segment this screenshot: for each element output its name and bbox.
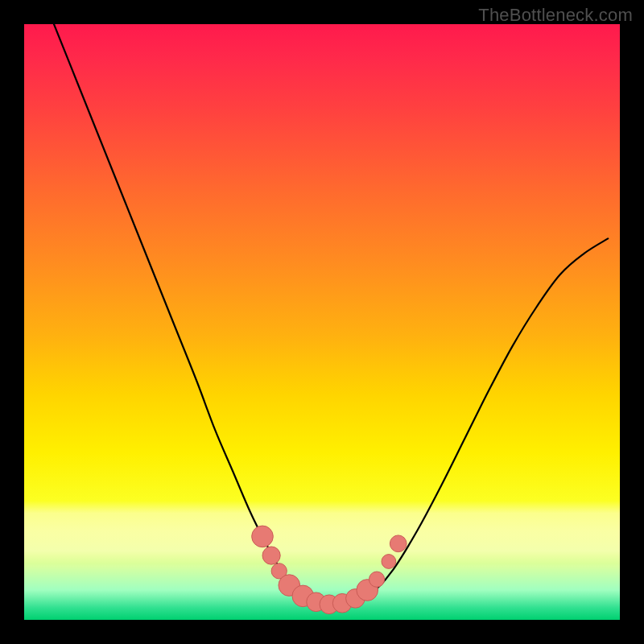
data-marker xyxy=(262,547,280,564)
plot-area xyxy=(24,24,620,620)
chart-frame: TheBottleneck.com xyxy=(0,0,644,644)
watermark-text: TheBottleneck.com xyxy=(478,5,633,26)
data-marker xyxy=(369,572,384,587)
bottleneck-curve xyxy=(24,24,620,620)
data-marker xyxy=(252,526,274,547)
data-marker xyxy=(382,555,396,569)
data-marker xyxy=(390,535,407,552)
